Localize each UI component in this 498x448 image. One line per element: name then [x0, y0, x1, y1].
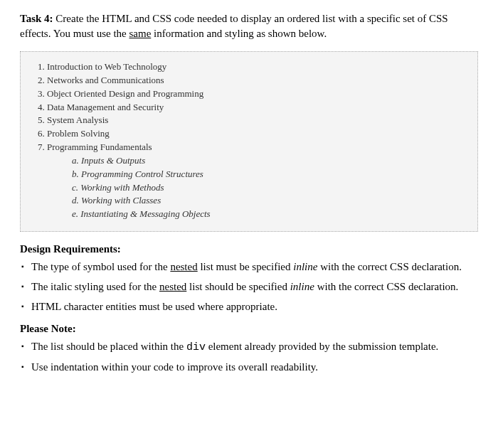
- please-note-list: The list should be placed within the div…: [20, 339, 478, 375]
- req-text: list must be specified: [198, 261, 294, 272]
- list-item: Problem Solving: [38, 127, 465, 141]
- example-box: Introduction to Web Technology Networks …: [20, 51, 478, 232]
- nested-list-item: Working with Classes: [72, 194, 465, 208]
- list-item-label: Programming Fundamentals: [47, 142, 152, 152]
- task-desc-underline: same: [129, 28, 151, 39]
- nested-ordered-list: Inputs & Outputs Programming Control Str…: [68, 154, 465, 221]
- note-code: div: [186, 341, 206, 353]
- note-item: The list should be placed within the div…: [21, 339, 478, 356]
- list-item: Programming Fundamentals Inputs & Output…: [38, 141, 465, 221]
- req-text: with the correct CSS declaration.: [314, 281, 458, 292]
- requirement-item: The italic styling used for the nested l…: [21, 279, 478, 295]
- list-item: System Analysis: [38, 114, 465, 127]
- req-italic: inline: [290, 281, 314, 292]
- design-requirements-heading: Design Requirements:: [20, 242, 478, 257]
- list-item: Introduction to Web Technology: [38, 60, 465, 74]
- note-text: element already provided by the submissi…: [206, 341, 438, 352]
- task-header: Task 4: Create the HTML and CSS code nee…: [20, 11, 478, 41]
- req-text: HTML character entities must be used whe…: [31, 301, 277, 312]
- req-underline: nested: [170, 261, 197, 272]
- list-item: Data Management and Security: [38, 101, 465, 114]
- nested-list-item: Instantiating & Messaging Objects: [72, 208, 465, 221]
- req-italic: inline: [293, 261, 317, 272]
- list-item: Networks and Communications: [38, 74, 465, 87]
- req-text: The type of symbol used for the: [31, 261, 170, 272]
- task-label: Task 4:: [20, 13, 53, 24]
- design-requirements-list: The type of symbol used for the nested l…: [20, 260, 478, 314]
- req-text: with the correct CSS declaration.: [317, 261, 461, 272]
- req-underline: nested: [159, 281, 186, 292]
- requirement-item: HTML character entities must be used whe…: [21, 299, 478, 315]
- main-ordered-list: Introduction to Web Technology Networks …: [33, 60, 465, 221]
- requirement-item: The type of symbol used for the nested l…: [21, 260, 478, 275]
- note-text: The list should be placed within the: [31, 341, 186, 352]
- note-text: Use indentation within your code to impr…: [31, 361, 318, 373]
- req-text: list should be specified: [186, 281, 290, 292]
- list-item: Object Oriented Design and Programming: [38, 87, 465, 101]
- nested-list-item: Inputs & Outputs: [72, 154, 465, 168]
- nested-list-item: Working with Methods: [72, 181, 465, 195]
- nested-list-item: Programming Control Structures: [72, 168, 465, 181]
- task-desc-2: information and styling as shown below.: [151, 28, 327, 39]
- req-text: The italic styling used for the: [31, 281, 159, 292]
- please-note-heading: Please Note:: [20, 321, 478, 336]
- note-item: Use indentation within your code to impr…: [21, 360, 478, 375]
